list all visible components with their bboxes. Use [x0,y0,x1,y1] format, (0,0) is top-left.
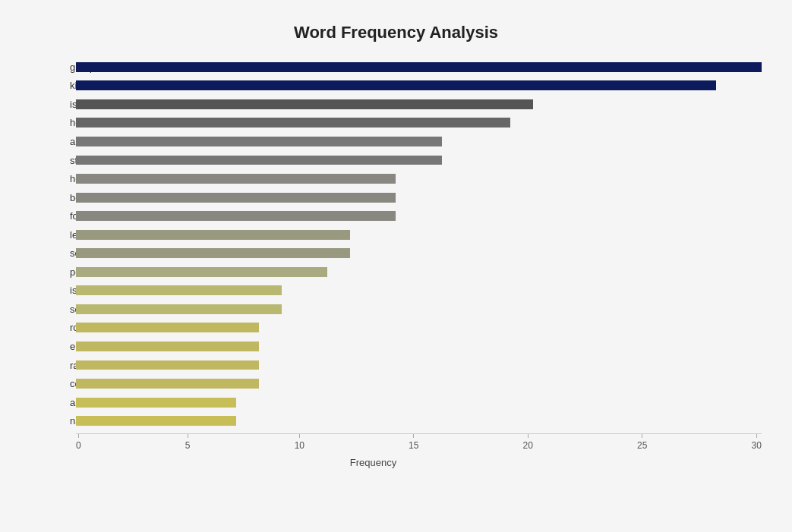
bar [76,323,259,332]
x-tick-label: 0 [76,440,81,451]
bar-row: senior [76,244,762,263]
bar-row: role [76,319,762,338]
bar-row: radwan [76,356,762,375]
bar [76,156,442,165]
bar-track [76,321,762,334]
chart-title: Word Frequency Analysis [30,23,762,42]
bar-track [76,153,762,166]
x-tick-label: 15 [409,440,418,451]
bar [76,211,396,221]
x-tick-label: 20 [523,440,533,451]
bar-row: force [76,206,762,225]
bar-row: israeli [76,95,762,114]
bar-track [76,61,762,74]
bar-row: hezbollahs [76,114,762,133]
bar-row: strike [76,151,762,170]
bar-track [76,98,762,111]
x-tick-label: 5 [185,440,191,451]
bar [76,304,282,314]
bar-track [76,340,762,353]
x-tick-line [78,434,79,438]
bar [76,360,259,370]
bar [76,379,259,389]
bar-track [76,414,762,427]
bar-row: beirut [76,188,762,207]
x-tick-label: 25 [637,440,647,451]
x-tick: 30 [752,434,762,451]
bar-row: commander [76,374,762,393]
bar-track [76,116,762,129]
bar-row: elite [76,337,762,356]
bar [76,62,762,72]
bar-track [76,358,762,371]
x-tick: 0 [76,434,81,451]
bar-track [76,228,762,241]
bar-track [76,284,762,297]
bar-row: lebanon [76,225,762,244]
bar-track [76,396,762,409]
x-tick-line [756,434,757,438]
bar-track [76,191,762,204]
bar [76,248,350,258]
bar-track [76,247,762,260]
x-tick-line [413,434,414,438]
bar [76,285,282,295]
chart-area: groupkillisraelihezbollahsairstrikehezbo… [76,58,762,468]
x-tick: 25 [637,434,647,451]
x-axis-label: Frequency [30,457,716,468]
bar [76,416,236,426]
bar-track [76,377,762,390]
bars-section: groupkillisraelihezbollahsairstrikehezbo… [76,58,762,430]
bar [76,137,442,146]
bar-track [76,209,762,222]
bar-track [76,266,762,279]
x-tick-line [299,434,300,438]
bar [76,267,327,277]
bar [76,99,533,109]
x-ticks: 051015202530 [76,434,762,451]
x-tick: 20 [523,434,533,451]
x-tick: 10 [295,434,304,451]
bar-row: group [76,58,762,77]
x-tick: 5 [185,434,191,451]
bar-row: nasrallah [76,411,762,430]
bar-row: arm [76,393,762,412]
bar [76,193,396,203]
bar-row: southern [76,300,762,319]
x-tick-line [188,434,188,438]
bar [76,174,396,184]
bar-row: air [76,132,762,151]
x-axis: 051015202530 [76,433,762,451]
x-tick: 15 [409,434,418,451]
x-tick-line [528,434,529,438]
bar [76,342,259,351]
bar-track [76,79,762,92]
bar [76,398,236,408]
bar [76,230,350,240]
bar [76,118,510,127]
x-tick-label: 10 [295,440,304,451]
x-tick-label: 30 [752,440,762,451]
x-tick-line [642,434,642,438]
bar-row: hezbollah [76,169,762,188]
chart-container: Word Frequency Analysis groupkillisraeli… [0,0,792,532]
bar-track [76,303,762,316]
bar-row: political [76,263,762,282]
bar-track [76,135,762,148]
bar-track [76,172,762,185]
bar-row: israel [76,282,762,301]
bar-row: kill [76,77,762,96]
bar [76,80,716,90]
